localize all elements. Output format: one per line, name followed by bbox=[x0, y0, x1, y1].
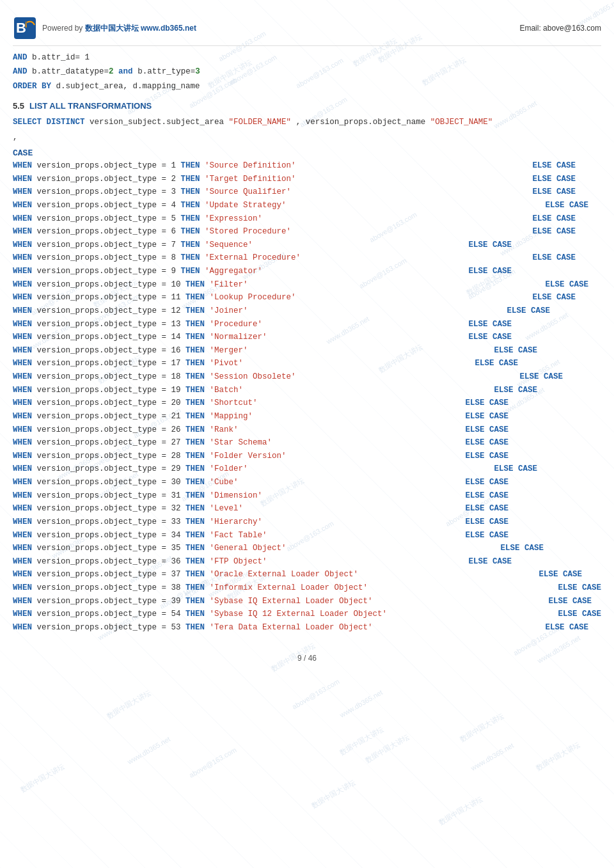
when-line-38: WHEN version_props.object_type = 38 THEN… bbox=[13, 581, 601, 595]
kw-order-by: ORDER BY bbox=[13, 82, 51, 91]
when-line-29: WHEN version_props.object_type = 29 THEN… bbox=[13, 462, 601, 476]
when-line-13: WHEN version_props.object_type = 13 THEN… bbox=[13, 318, 601, 331]
when-line-1: WHEN version_props.object_type = 1 THEN … bbox=[13, 159, 601, 173]
when-line-11: WHEN version_props.object_type = 11 THEN… bbox=[13, 291, 601, 304]
logo-icon: B i bbox=[13, 16, 37, 40]
when-line-36: WHEN version_props.object_type = 36 THEN… bbox=[13, 555, 601, 569]
when-line-4: WHEN version_props.object_type = 4 THEN … bbox=[13, 199, 601, 212]
when-line-31: WHEN version_props.object_type = 31 THEN… bbox=[13, 489, 601, 503]
site-name: 数据中国大讲坛 www.db365.net bbox=[85, 24, 196, 33]
when-line-30: WHEN version_props.object_type = 30 THEN… bbox=[13, 476, 601, 489]
select-line-1: SELECT DISTINCT version_subject.subject_… bbox=[13, 116, 601, 129]
when-line-3: WHEN version_props.object_type = 3 THEN … bbox=[13, 185, 601, 199]
sql-order-by: ORDER BY d.subject_area, d.mapping_name bbox=[13, 80, 601, 93]
when-line-7: WHEN version_props.object_type = 7 THEN … bbox=[13, 239, 601, 252]
case-block: CASE WHEN version_props.object_type = 1 … bbox=[13, 148, 601, 635]
pre-section-sql: AND b.attr_id= 1 AND b.attr_datatype=2 a… bbox=[13, 51, 601, 93]
when-line-20: WHEN version_props.object_type = 20 THEN… bbox=[13, 397, 601, 410]
when-line-37: WHEN version_props.object_type = 37 THEN… bbox=[13, 568, 601, 581]
when-line-12: WHEN version_props.object_type = 12 THEN… bbox=[13, 304, 601, 318]
case-keyword: CASE bbox=[13, 148, 601, 158]
section-number: 5.5 bbox=[13, 101, 24, 111]
when-line-17: WHEN version_props.object_type = 17 THEN… bbox=[13, 357, 601, 370]
page-content: B i Powered by 数据中国大讲坛 www.db365.net Ema… bbox=[0, 0, 614, 672]
when-line-14: WHEN version_props.object_type = 14 THEN… bbox=[13, 331, 601, 344]
logo-container: B i Powered by 数据中国大讲坛 www.db365.net bbox=[13, 16, 196, 40]
when-line-35: WHEN version_props.object_type = 35 THEN… bbox=[13, 542, 601, 555]
when-line-19: WHEN version_props.object_type = 19 THEN… bbox=[13, 384, 601, 397]
when-line-33: WHEN version_props.object_type = 33 THEN… bbox=[13, 516, 601, 529]
when-line-5: WHEN version_props.object_type = 5 THEN … bbox=[13, 212, 601, 226]
when-line-18: WHEN version_props.object_type = 18 THEN… bbox=[13, 370, 601, 384]
section-title: LIST ALL TRANSFORMATIONS bbox=[29, 101, 152, 111]
when-line-27: WHEN version_props.object_type = 27 THEN… bbox=[13, 436, 601, 450]
when-line-53: WHEN version_props.object_type = 53 THEN… bbox=[13, 621, 601, 635]
header-email: Email: above@163.com bbox=[519, 24, 601, 33]
when-line-39: WHEN version_props.object_type = 39 THEN… bbox=[13, 595, 601, 608]
when-line-2: WHEN version_props.object_type = 2 THEN … bbox=[13, 173, 601, 186]
kw-and-2: AND bbox=[13, 67, 28, 76]
when-line-34: WHEN version_props.object_type = 34 THEN… bbox=[13, 529, 601, 542]
page-header: B i Powered by 数据中国大讲坛 www.db365.net Ema… bbox=[13, 10, 601, 46]
when-line-16: WHEN version_props.object_type = 16 THEN… bbox=[13, 344, 601, 358]
page-number: 9 / 46 bbox=[297, 654, 317, 663]
when-line-28: WHEN version_props.object_type = 28 THEN… bbox=[13, 450, 601, 463]
section-heading: 5.5 LIST ALL TRANSFORMATIONS bbox=[13, 101, 601, 111]
page-footer: 9 / 46 bbox=[13, 647, 601, 663]
powered-by-text: Powered by 数据中国大讲坛 www.db365.net bbox=[42, 23, 196, 34]
kw-and-1: AND bbox=[13, 53, 28, 62]
sql-and-1: AND b.attr_id= 1 bbox=[13, 51, 601, 65]
when-line-54: WHEN version_props.object_type = 54 THEN… bbox=[13, 608, 601, 621]
sql-and-2: AND b.attr_datatype=2 and b.attr_type=3 bbox=[13, 65, 601, 79]
when-line-10: WHEN version_props.object_type = 10 THEN… bbox=[13, 278, 601, 292]
when-line-26: WHEN version_props.object_type = 26 THEN… bbox=[13, 423, 601, 437]
when-line-21: WHEN version_props.object_type = 21 THEN… bbox=[13, 410, 601, 423]
when-line-8: WHEN version_props.object_type = 8 THEN … bbox=[13, 251, 601, 265]
when-line-32: WHEN version_props.object_type = 32 THEN… bbox=[13, 502, 601, 516]
when-line-9: WHEN version_props.object_type = 9 THEN … bbox=[13, 265, 601, 278]
comma-line: , bbox=[13, 131, 601, 145]
when-line-6: WHEN version_props.object_type = 6 THEN … bbox=[13, 225, 601, 239]
select-block: SELECT DISTINCT version_subject.subject_… bbox=[13, 116, 601, 145]
